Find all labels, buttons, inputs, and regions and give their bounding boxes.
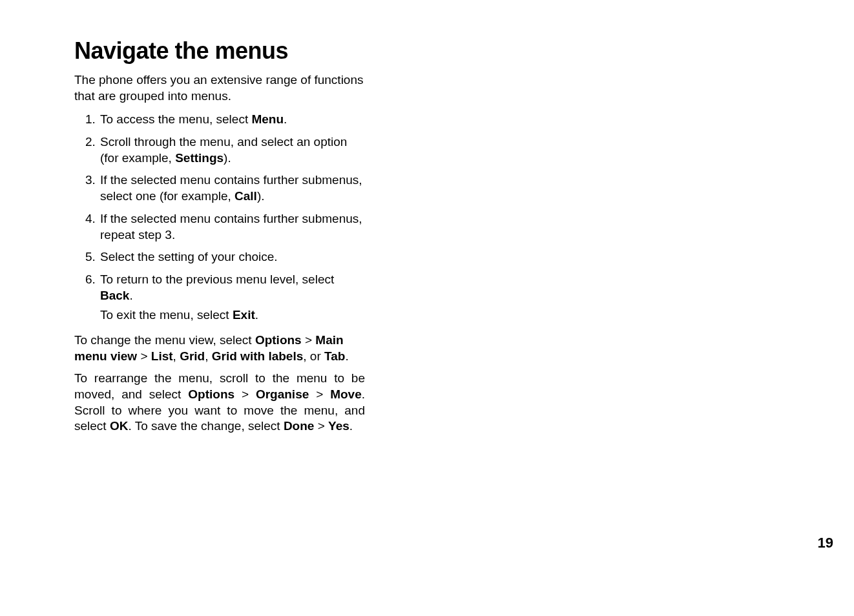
step-text: Select the setting of your choice. [100, 250, 278, 263]
step-5: Select the setting of your choice. [99, 249, 365, 265]
move-label: Move [330, 387, 362, 401]
step-text: ). [257, 189, 265, 203]
grid-label: Grid [180, 349, 205, 363]
back-label: Back [100, 289, 129, 302]
step-6-sub: To exit the menu, select Exit. [100, 307, 365, 323]
para-text: , or [303, 349, 324, 363]
para-text: . To save the change, select [128, 419, 283, 433]
step-text: . [255, 308, 258, 322]
options-label: Options [188, 387, 234, 401]
call-label: Call [234, 189, 257, 203]
grid-with-labels-label: Grid with labels [212, 349, 303, 363]
separator: > [314, 419, 328, 433]
yes-label: Yes [328, 419, 349, 433]
step-6: To return to the previous menu level, se… [99, 272, 365, 323]
step-text: To access the menu, select [100, 112, 251, 126]
para-text: To change the menu view, select [74, 333, 255, 347]
para-text: , [205, 349, 212, 363]
ok-label: OK [110, 419, 129, 433]
para-text: . [349, 419, 353, 433]
separator: > [234, 387, 256, 401]
separator: > [309, 387, 330, 401]
step-text: To return to the previous menu level, se… [100, 272, 334, 286]
intro-paragraph: The phone offers you an extensive range … [74, 72, 365, 104]
tab-label: Tab [324, 349, 345, 363]
step-text: . [129, 289, 132, 302]
done-label: Done [284, 419, 315, 433]
list-label: List [151, 349, 173, 363]
change-view-paragraph: To change the menu view, select Options … [74, 333, 365, 364]
para-text: . [345, 349, 348, 363]
step-4: If the selected menu contains further su… [99, 211, 365, 243]
step-text: If the selected menu contains further su… [100, 173, 362, 203]
step-text: If the selected menu contains further su… [100, 212, 362, 241]
settings-label: Settings [175, 151, 224, 165]
para-text: , [173, 349, 180, 363]
step-text: ). [224, 151, 231, 165]
exit-label: Exit [233, 308, 255, 322]
options-label: Options [255, 333, 302, 347]
organise-label: Organise [256, 387, 309, 401]
page-number: 19 [818, 535, 833, 551]
separator: > [302, 333, 316, 347]
steps-list: To access the menu, select Menu. Scroll … [74, 112, 365, 323]
step-3: If the selected menu contains further su… [99, 172, 365, 204]
menu-label: Menu [251, 112, 284, 126]
separator: > [137, 349, 151, 363]
page-title: Navigate the menus [74, 37, 365, 65]
page-content: Navigate the menus The phone offers you … [74, 37, 365, 441]
step-1: To access the menu, select Menu. [99, 112, 365, 128]
step-2: Scroll through the menu, and select an o… [99, 134, 365, 166]
step-text: . [284, 112, 287, 126]
step-text: To exit the menu, select [100, 308, 233, 322]
rearrange-paragraph: To rearrange the menu, scroll to the men… [74, 371, 365, 435]
